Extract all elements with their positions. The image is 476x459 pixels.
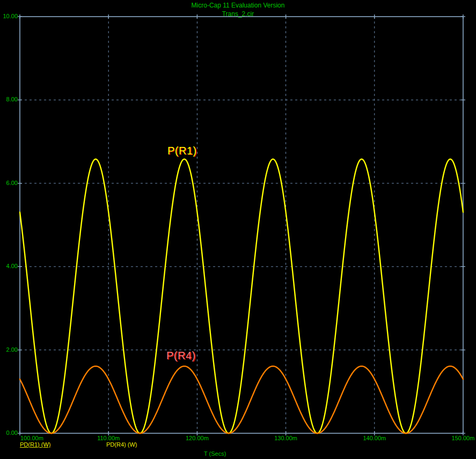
curve-label-pr1[interactable]: P(R1) [167, 144, 197, 157]
x-tick-label: 130.00m [267, 435, 305, 442]
waveform-curve-pr1[interactable] [20, 159, 463, 433]
y-tick-label: 2.00 [0, 346, 18, 353]
y-tick-label: 8.00 [0, 96, 18, 103]
x-tick-label: 120.00m [178, 435, 216, 442]
x-tick-label: 150.00m [444, 435, 476, 442]
plot-border [20, 17, 463, 433]
legend-item-pdr1[interactable]: PD(R1) (W) [20, 441, 50, 448]
y-tick-label: 0.00 [0, 430, 18, 436]
y-tick-label: 6.00 [0, 180, 18, 187]
y-tick-label: 10.00 [0, 13, 18, 20]
y-tick-label: 4.00 [0, 263, 18, 270]
plot-area [0, 0, 476, 459]
curve-label-pr4[interactable]: P(R4) [166, 349, 196, 362]
x-axis-title: T (Secs) [204, 450, 226, 457]
legend-item-pdr4[interactable]: PD(R4) (W) [106, 441, 137, 448]
x-tick-label: 140.00m [356, 435, 393, 442]
micro-cap-plot-window: Micro-Cap 11 Evaluation Version Trans_2.… [0, 0, 476, 459]
